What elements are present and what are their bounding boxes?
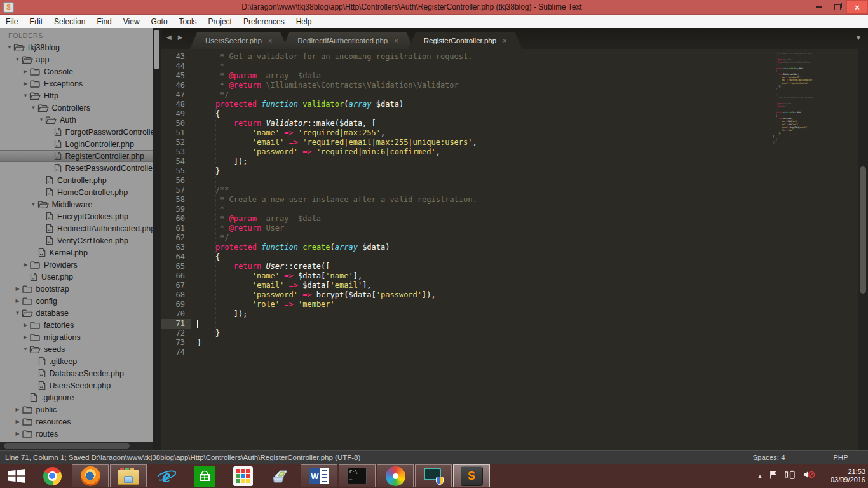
tab-redirectifauthenticated-php[interactable]: RedirectIfAuthenticated.php× (282, 32, 413, 49)
line-number[interactable]: 67 (161, 281, 191, 290)
line-number[interactable]: 49 (161, 109, 191, 119)
code-line[interactable]: */ (197, 233, 785, 243)
sidebar-item-auth[interactable]: ▼Auth (0, 114, 153, 126)
line-number[interactable]: 58 (161, 195, 191, 205)
hidden-icons-chevron-icon[interactable]: ▲ (757, 473, 763, 479)
expand-arrow-icon[interactable]: ▶ (14, 431, 22, 437)
menu-file[interactable]: File (0, 15, 24, 28)
power-battery-icon[interactable] (784, 470, 797, 482)
sidebar-item-factories[interactable]: ▶factories (0, 319, 153, 331)
sidebar-item-app[interactable]: ▼app (0, 53, 153, 65)
code-line[interactable]: * @return User (197, 224, 785, 233)
collapse-arrow-icon[interactable]: ▼ (22, 93, 29, 98)
line-number[interactable]: 48 (161, 100, 191, 109)
code-line[interactable]: return User::create([ (197, 262, 785, 271)
menu-project[interactable]: Project (203, 15, 238, 28)
code-line[interactable]: } (197, 166, 785, 176)
expand-arrow-icon[interactable]: ▶ (22, 69, 29, 74)
sidebar-item-forgotpasswordcontroller-php[interactable]: ForgotPasswordController.php (0, 126, 153, 138)
sidebar-item-tkj38blog[interactable]: ▼tkj38blog (0, 41, 153, 53)
collapse-arrow-icon[interactable]: ▼ (6, 44, 13, 50)
taskbar-scanner-app-button[interactable] (262, 464, 299, 487)
code-line[interactable]: ]); (197, 309, 785, 319)
taskbar-file-explorer-button[interactable] (110, 464, 147, 487)
code-line[interactable]: 'email' => 'required|email|max:255|uniqu… (197, 138, 785, 147)
sidebar-item-http[interactable]: ▼Http (0, 90, 153, 102)
menu-selection[interactable]: Selection (48, 15, 91, 28)
sidebar-item-encryptcookies-php[interactable]: EncryptCookies.php (0, 210, 153, 222)
editor-scrollbar[interactable] (858, 49, 868, 450)
sidebar-item-controller-php[interactable]: Controller.php (0, 174, 153, 186)
clock[interactable]: 21:53 03/09/2016 (821, 468, 865, 484)
code-line[interactable]: protected function validator(array $data… (197, 100, 785, 109)
code-line[interactable]: 'password' => bcrypt($data['password']), (197, 290, 785, 300)
code-line[interactable]: * Get a validator for an incoming regist… (197, 52, 785, 62)
sidebar-item-public[interactable]: ▶public (0, 403, 153, 416)
sidebar-item-usersseeder-php[interactable]: UsersSeeder.php (0, 379, 153, 391)
sidebar-item-routes[interactable]: ▶routes (0, 428, 153, 440)
line-number[interactable]: 60 (161, 214, 191, 224)
sidebar-item-verifycsrftoken-php[interactable]: VerifyCsrfToken.php (0, 234, 153, 247)
sidebar-hscroll-thumb[interactable] (4, 443, 130, 449)
code-line[interactable] (197, 319, 785, 329)
sidebar-item-resetpasswordcontroller-php[interactable]: ResetPasswordController.php (0, 162, 153, 174)
line-number[interactable]: 69 (161, 300, 191, 309)
code-line[interactable]: ]); (197, 157, 785, 166)
tab-close-icon[interactable]: × (394, 37, 398, 44)
sidebar-item-bootstrap[interactable]: ▶bootstrap (0, 283, 153, 295)
code-line[interactable] (197, 348, 785, 357)
editor[interactable]: 4344454647484950515253545556575859606162… (161, 49, 868, 450)
sidebar-item-controllers[interactable]: ▼Controllers (0, 102, 153, 114)
volume-muted-icon[interactable] (803, 470, 815, 482)
sidebar-vertical-scrollbar[interactable] (153, 28, 161, 450)
minimize-button[interactable] (810, 0, 828, 14)
line-number[interactable]: 44 (161, 62, 191, 71)
expand-arrow-icon[interactable]: ▶ (14, 286, 22, 292)
sidebar-item-seeds[interactable]: ▼seeds (0, 343, 153, 355)
code-line[interactable]: 'email' => $data['email'], (197, 281, 785, 290)
sidebar-item-exceptions[interactable]: ▶Exceptions (0, 78, 153, 90)
tab-usersseeder-php[interactable]: UsersSeeder.php× (190, 32, 287, 49)
sidebar-item-console[interactable]: ▶Console (0, 65, 153, 78)
sidebar-item-user-php[interactable]: User.php (0, 271, 153, 283)
line-number[interactable]: 65 (161, 262, 191, 271)
line-number[interactable]: 43 (161, 52, 191, 62)
code-area[interactable]: * Get a validator for an incoming regist… (191, 52, 785, 357)
collapse-arrow-icon[interactable]: ▼ (30, 105, 37, 111)
sidebar-vscroll-thumb[interactable] (154, 30, 159, 69)
sidebar-item-config[interactable]: ▶config (0, 295, 153, 307)
taskbar-firefox-button[interactable] (72, 464, 109, 487)
code-line[interactable]: * @param array $data (197, 71, 785, 81)
tab-forward-icon[interactable]: ▶ (178, 34, 183, 41)
code-line[interactable]: /** (197, 186, 785, 195)
menu-tools[interactable]: Tools (173, 15, 203, 28)
menu-view[interactable]: View (118, 15, 146, 28)
sidebar-item-database[interactable]: ▼database (0, 307, 153, 319)
line-number[interactable]: 71 (161, 319, 191, 329)
tab-close-icon[interactable]: × (503, 37, 506, 44)
editor-scrollbar-thumb[interactable] (860, 166, 866, 294)
action-center-flag-icon[interactable] (768, 470, 778, 482)
line-number[interactable]: 56 (161, 176, 191, 186)
taskbar-start-button[interactable] (1, 464, 32, 487)
line-number[interactable]: 62 (161, 233, 191, 243)
line-number[interactable]: 54 (161, 157, 191, 166)
restore-button[interactable] (828, 0, 846, 14)
sidebar-item-migrations[interactable]: ▶migrations (0, 331, 153, 343)
menu-goto[interactable]: Goto (146, 15, 173, 28)
syntax-setting[interactable]: PHP (813, 454, 868, 461)
taskbar-internet-explorer-button[interactable]: e (148, 464, 185, 487)
line-number[interactable]: 73 (161, 338, 191, 348)
collapse-arrow-icon[interactable]: ▼ (14, 57, 22, 62)
code-line[interactable]: 'role' => 'member' (197, 300, 785, 309)
line-number[interactable]: 52 (161, 138, 191, 147)
line-number[interactable]: 50 (161, 119, 191, 128)
line-number[interactable]: 61 (161, 224, 191, 233)
line-number[interactable]: 63 (161, 243, 191, 252)
collapse-arrow-icon[interactable]: ▼ (14, 310, 22, 316)
code-line[interactable]: * Create a new user instance after a val… (197, 195, 785, 205)
taskbar-app-grid-button[interactable] (224, 464, 261, 487)
taskbar-sublime-text-button[interactable]: S (453, 464, 490, 487)
line-number[interactable]: 68 (161, 290, 191, 300)
sidebar-item-resources[interactable]: ▶resources (0, 416, 153, 428)
